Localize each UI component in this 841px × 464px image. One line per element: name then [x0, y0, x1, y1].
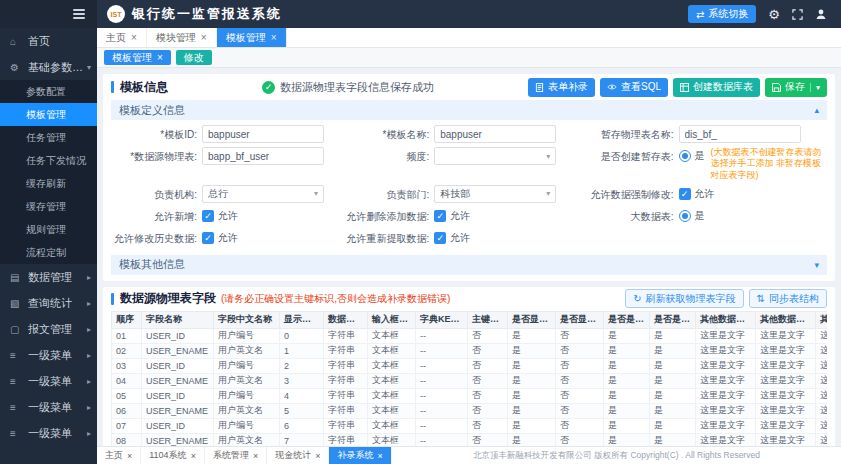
- close-icon[interactable]: ×: [201, 32, 207, 43]
- field-template-name: *模板名称:: [337, 125, 569, 143]
- bottom-tab[interactable]: 1104系统×: [141, 447, 205, 464]
- org-select[interactable]: 总行 ▾: [202, 185, 324, 203]
- field-allow-add: 允许新增: ✓ 允许: [105, 207, 337, 225]
- hamburger-icon[interactable]: [73, 9, 85, 19]
- sidebar-item[interactable]: ⌂首页: [0, 28, 97, 54]
- gear-icon[interactable]: ⚙: [768, 7, 780, 22]
- table-row[interactable]: 05USER_ID用户编号4字符串文本框--否是否是是这里是文字这里是文字这里是…: [112, 388, 828, 403]
- chevron-right-icon: ▸: [87, 351, 91, 360]
- fields-card: 数据源物理表字段 (请务必正确设置主键标识,否则会造成补录数据错误) ↻ 刷新获…: [103, 287, 835, 446]
- sidebar-subitem[interactable]: 流程定制: [0, 241, 97, 264]
- frequency-select[interactable]: ▾: [434, 147, 556, 165]
- view-sql-button[interactable]: 查看SQL: [600, 78, 668, 97]
- allow-force-edit-checkbox[interactable]: ✓: [679, 188, 691, 200]
- create-table-button[interactable]: 创建数据库表: [673, 78, 760, 97]
- dept-select[interactable]: 科技部 ▾: [434, 185, 556, 203]
- template-info-header: 模板信息 ✓ 数据源物理表字段信息保存成功 表单补录: [103, 74, 835, 100]
- main-area: 主页×模块管理×模板管理× 模板管理×修改 模板信息 ✓ 数据源物理表字段信息保…: [97, 28, 841, 464]
- tab[interactable]: 模板管理×: [217, 28, 287, 47]
- sidebar-item[interactable]: ≡一级菜单▸: [0, 420, 97, 446]
- table-row[interactable]: 04USER_ENAME用户英文名3字符串文本框--否是否是是这里是文字这里是文…: [112, 373, 828, 388]
- form-entry-button[interactable]: 表单补录: [528, 78, 595, 97]
- table-row[interactable]: 06USER_ENAME用户英文名5字符串文本框--否是否是是这里是文字这里是文…: [112, 403, 828, 418]
- app-logo: IST: [107, 5, 125, 23]
- tab[interactable]: 主页×: [97, 28, 147, 47]
- sidebar-item[interactable]: ▢报文管理▸: [0, 316, 97, 342]
- refresh-fields-button[interactable]: ↻ 刷新获取物理表字段: [625, 289, 743, 308]
- sidebar-item[interactable]: ⚙基础参数配置▾: [0, 54, 97, 80]
- chevron-down-icon[interactable]: ▾: [810, 83, 820, 92]
- sidebar-subitem[interactable]: 模板管理: [0, 103, 97, 126]
- bottom-tab[interactable]: 系统管理×: [205, 447, 267, 464]
- sidebar-subitem[interactable]: 任务下发情况: [0, 149, 97, 172]
- close-icon[interactable]: ×: [253, 451, 258, 461]
- table-row[interactable]: 01USER_ID用户编号0字符串文本框--否是否是是这里是文字这里是文字这里是…: [112, 328, 828, 343]
- template-definition-header[interactable]: 模板定义信息 ▴: [111, 100, 827, 120]
- bottombar: 主页×1104系统×系统管理×现金统计×补录系统× 北京顶丰新融科技开发有限公司…: [97, 446, 841, 464]
- section-title: 数据源物理表字段 (请务必正确设置主键标识,否则会造成补录数据错误): [111, 290, 450, 307]
- sidebar-subitem[interactable]: 规则管理: [0, 218, 97, 241]
- collapse-icon[interactable]: ▾: [814, 260, 819, 270]
- staging-warning-note: (大数据表不创建暂存表请勿选择并手工添加 非暂存模板对应表字段): [711, 147, 825, 181]
- sidebar-subitem[interactable]: 任务管理: [0, 126, 97, 149]
- chevron-right-icon: ▸: [87, 403, 91, 412]
- fullscreen-icon[interactable]: [792, 9, 803, 20]
- sidebar-subitem[interactable]: 参数配置: [0, 80, 97, 103]
- sidebar-item[interactable]: ≡一级菜单▸: [0, 394, 97, 420]
- switch-icon: ⇄: [696, 9, 704, 20]
- table-row[interactable]: 07USER_ID用户编号6字符串文本框--否是否是是这里是文字这里是文字这里是…: [112, 418, 828, 433]
- tab-bar: 主页×模块管理×模板管理×: [97, 28, 841, 48]
- template-definition-form: *模板ID: *模板名称: 暂存物理表名称: *数据源物理表:: [103, 120, 835, 250]
- fields-table-wrap: 顺序字段名称字段中文名称显示顺序数据类型输入框类型字典KEY/日...主键标识是…: [111, 311, 827, 446]
- accent-bar: [111, 81, 114, 93]
- system-switch-button[interactable]: ⇄ 系统切换: [688, 5, 756, 23]
- bottom-tab[interactable]: 现金统计×: [267, 447, 329, 464]
- close-icon[interactable]: ×: [157, 52, 163, 63]
- source-table-input[interactable]: [202, 147, 324, 165]
- template-id-input[interactable]: [202, 125, 324, 143]
- field-create-staging: 是否创建暂存表: 是 (大数据表不创建暂存表请勿选择并手工添加 非暂存模板对应表…: [570, 147, 825, 181]
- big-data-radio[interactable]: [679, 210, 691, 222]
- close-icon[interactable]: ×: [315, 451, 320, 461]
- sidebar-item[interactable]: ≡一级菜单▸: [0, 342, 97, 368]
- close-icon[interactable]: ×: [377, 451, 382, 461]
- collapse-icon[interactable]: ▴: [814, 105, 819, 115]
- sidebar-item[interactable]: ▧查询统计▸: [0, 290, 97, 316]
- chevron-right-icon: ▸: [87, 273, 91, 282]
- staging-table-input[interactable]: [679, 125, 801, 143]
- create-staging-radio[interactable]: [679, 150, 691, 162]
- tab[interactable]: 模块管理×: [147, 28, 217, 47]
- field-frequency: 频度: ▾: [337, 147, 569, 181]
- sidebar-item[interactable]: ▤数据管理▸: [0, 264, 97, 290]
- save-icon: [772, 83, 781, 92]
- save-button[interactable]: 保存 ▾: [765, 78, 827, 97]
- allow-delete-checkbox[interactable]: ✓: [434, 210, 446, 222]
- user-icon[interactable]: [815, 8, 827, 20]
- table-row[interactable]: 08USER_ENAME用户英文名7字符串文本框--否是否是是这里是文字这里是文…: [112, 433, 828, 446]
- fields-header: 数据源物理表字段 (请务必正确设置主键标识,否则会造成补录数据错误) ↻ 刷新获…: [103, 287, 835, 311]
- allow-re-extract-checkbox[interactable]: ✓: [434, 232, 446, 244]
- sidebar-subitem[interactable]: 缓存刷新: [0, 172, 97, 195]
- close-icon[interactable]: ×: [127, 451, 132, 461]
- table-row[interactable]: 03USER_ID用户编号2字符串文本框--否是否是是这里是文字这里是文字这里是…: [112, 358, 828, 373]
- sidebar: ⌂首页⚙基础参数配置▾参数配置模板管理任务管理任务下发情况缓存刷新缓存管理规则管…: [0, 28, 97, 464]
- close-icon[interactable]: ×: [131, 32, 137, 43]
- bottom-tab[interactable]: 主页×: [97, 447, 141, 464]
- subtab[interactable]: 修改: [176, 50, 212, 65]
- sidebar-item[interactable]: ≡一级菜单▸: [0, 368, 97, 394]
- bottom-tab[interactable]: 补录系统×: [329, 447, 391, 464]
- table-row[interactable]: 02USER_ENAME用户英文名1字符串文本框--否是否是是这里是文字这里是文…: [112, 343, 828, 358]
- subtab[interactable]: 模板管理×: [104, 50, 171, 65]
- copyright: 北京顶丰新融科技开发有限公司 版权所有 Copyright(C) . All R…: [392, 447, 841, 464]
- bottom-tabs: 主页×1104系统×系统管理×现金统计×补录系统×: [97, 447, 392, 464]
- template-name-input[interactable]: [434, 125, 556, 143]
- menu-icon: ≡: [10, 376, 24, 387]
- close-icon[interactable]: ×: [191, 451, 196, 461]
- sync-structure-button[interactable]: ⇅ 同步表结构: [749, 289, 827, 308]
- sidebar-subitem[interactable]: 缓存管理: [0, 195, 97, 218]
- close-icon[interactable]: ×: [271, 32, 277, 43]
- topbar-actions: ⇄ 系统切换 ⚙: [688, 5, 841, 23]
- template-other-header[interactable]: 模板其他信息 ▾: [111, 255, 827, 275]
- allow-add-checkbox[interactable]: ✓: [202, 210, 214, 222]
- allow-edit-history-checkbox[interactable]: ✓: [202, 232, 214, 244]
